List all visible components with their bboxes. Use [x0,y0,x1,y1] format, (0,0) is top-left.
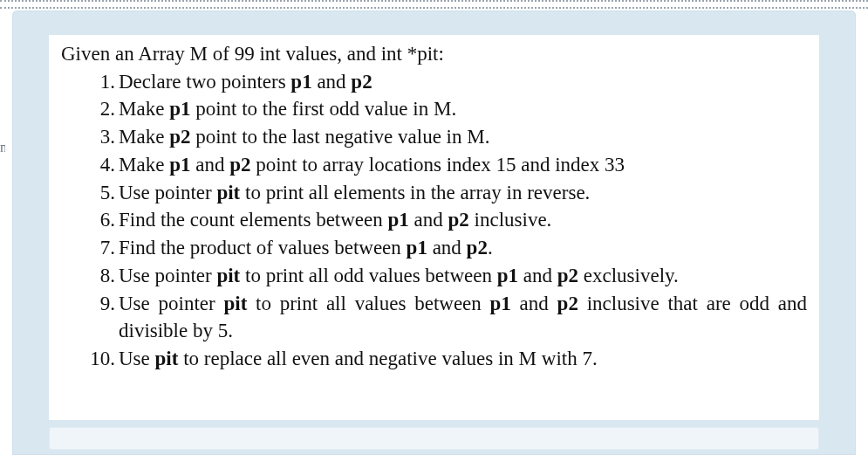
text-run: Use pointer [119,182,216,203]
bold-term: p2 [169,126,190,148]
problem-list: Declare two pointers p1 and p2Make p1 po… [61,68,807,373]
left-edge-sliver: n [0,140,5,161]
list-item: Declare two pointers p1 and p2 [119,68,807,96]
text-run: Find the product of values between [119,237,407,259]
list-item: Use pointer pit to print all odd values … [119,262,807,290]
text-run: and [518,265,557,286]
text-run: to print all elements in the array in re… [240,182,590,203]
bold-term: p2 [448,209,469,231]
text-run: Declare two pointers [119,71,290,93]
intro-line: Given an Array M of 99 int values, and i… [61,40,807,68]
list-item: Make p1 and p2 point to array locations … [119,151,807,179]
text-run: to print all odd values between [240,265,496,286]
question-card: Given an Array M of 99 int values, and i… [49,35,819,420]
text-run: and [409,209,448,231]
bold-term: pit [155,348,179,369]
list-item: Make p2 point to the last negative value… [119,123,807,151]
bold-term: p1 [497,265,518,286]
bold-term: p2 [467,237,488,259]
list-item: Use pit to replace all even and negative… [119,345,807,373]
text-run: Use [119,348,155,369]
text-run: to replace all even and negative values … [178,348,597,369]
bold-term: p2 [557,265,578,286]
bold-term: p1 [407,237,427,259]
page-frame: n Given an Array M of 99 int values, and… [0,0,868,455]
text-run: and [190,154,229,176]
list-item: Make p1 point to the first odd value in … [119,95,807,123]
text-run: exclusively. [578,265,679,286]
bold-term: p2 [229,154,250,176]
outer-panel: Given an Array M of 99 int values, and i… [12,10,856,455]
list-item: Use pointer pit to print all values betw… [119,290,807,345]
list-item: Find the product of values between p1 an… [119,234,807,262]
text-run: Use pointer [119,293,223,314]
intro-text-suffix: : [438,43,443,65]
bold-term: p1 [490,293,511,314]
bold-term: pit [223,293,247,314]
text-run: Make [119,98,169,120]
bold-term: pit [216,265,240,286]
text-run: inclusive. [469,209,552,231]
text-run: Find the count elements between [119,209,388,231]
bold-term: p1 [388,209,409,231]
bold-term: p2 [351,71,372,93]
text-run: and [511,293,557,314]
intro-text-prefix: Given an Array M of 99 int values, and i… [61,43,407,65]
text-run: Make [119,154,169,176]
bold-term: pit [216,182,240,203]
text-run: and [427,237,467,259]
bold-term: p1 [169,98,190,120]
text-run: . [488,237,493,259]
text-run: Make [119,126,169,148]
bottom-toolbar-hint [49,427,819,450]
text-run: to print all values between [247,293,489,314]
list-item: Find the count elements between p1 and p… [119,206,807,234]
text-run: and [312,71,352,93]
bold-term: p1 [169,154,190,176]
list-item: Use pointer pit to print all elements in… [119,179,807,207]
text-run: point to the first odd value in M. [190,98,456,120]
bold-term: p2 [557,293,578,314]
text-run: point to array locations index 15 and in… [250,154,625,176]
text-run: Use pointer [119,265,216,286]
top-dotted-separator [0,0,868,9]
bold-term: p1 [290,71,311,93]
intro-pointer: *pit [407,43,439,65]
text-run: point to the last negative value in M. [190,126,489,148]
